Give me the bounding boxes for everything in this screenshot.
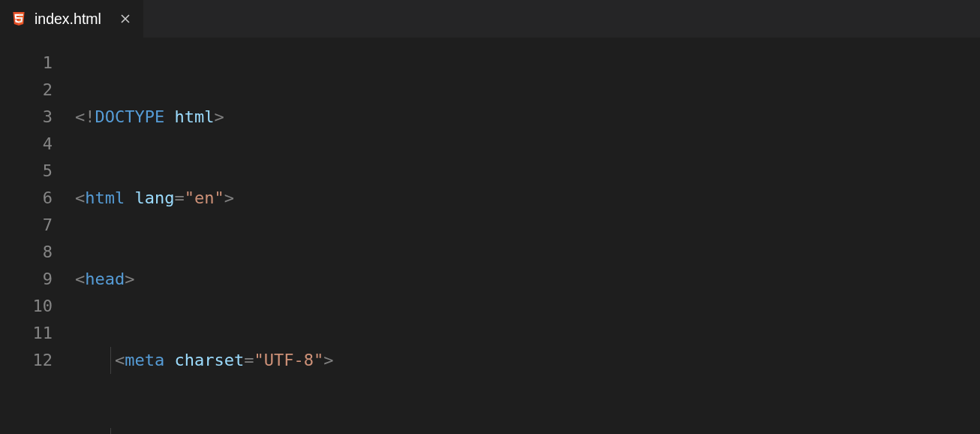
- line-number-gutter: 1 2 3 4 5 6 7 8 9 10 11 12: [0, 50, 75, 434]
- line-number: 2: [0, 77, 53, 104]
- editor-tab-index-html[interactable]: index.html: [0, 0, 144, 38]
- line-number: 3: [0, 104, 53, 131]
- code-line: <meta name="viewport" content="width=dev…: [75, 428, 980, 434]
- code-line: <meta charset="UTF-8">: [75, 347, 980, 374]
- tab-bar: index.html: [0, 0, 980, 38]
- code-content[interactable]: <!DOCTYPE html> <html lang="en"> <head> …: [75, 50, 980, 434]
- line-number: 10: [0, 293, 53, 320]
- line-number: 4: [0, 131, 53, 158]
- code-line: <head>: [75, 266, 980, 293]
- tab-filename: index.html: [35, 11, 101, 28]
- close-icon[interactable]: [118, 11, 133, 26]
- line-number: 9: [0, 266, 53, 293]
- code-line: <html lang="en">: [75, 185, 980, 212]
- line-number: 7: [0, 212, 53, 239]
- line-number: 5: [0, 158, 53, 185]
- line-number: 6: [0, 185, 53, 212]
- line-number: 1: [0, 50, 53, 77]
- line-number: 12: [0, 347, 53, 374]
- line-number: 8: [0, 239, 53, 266]
- line-number: 11: [0, 320, 53, 347]
- code-editor[interactable]: 1 2 3 4 5 6 7 8 9 10 11 12 <!DOCTYPE htm…: [0, 38, 980, 434]
- code-line: <!DOCTYPE html>: [75, 104, 980, 131]
- html5-icon: [11, 11, 27, 27]
